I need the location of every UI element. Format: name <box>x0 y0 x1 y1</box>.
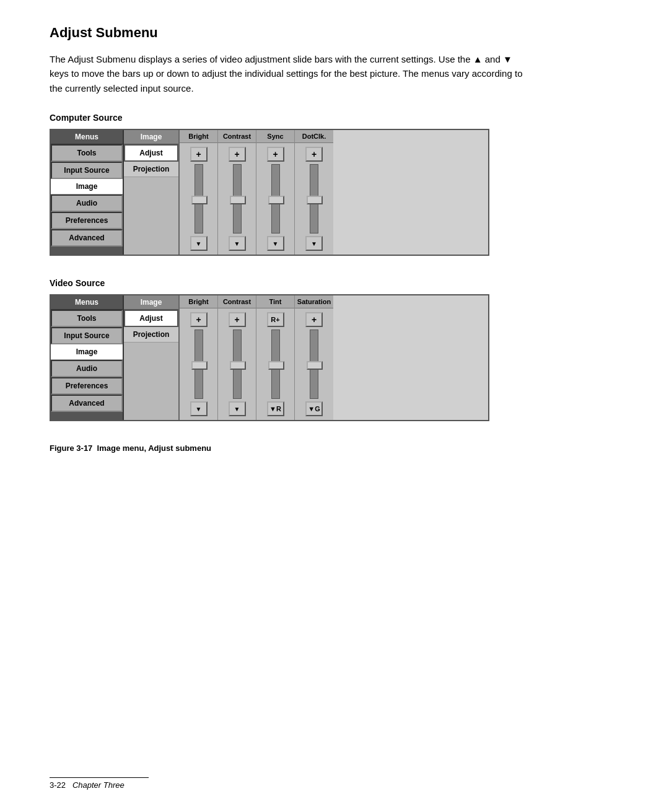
computer-source-diagram: Computer Source Menus Tools Input Source… <box>50 113 619 256</box>
slider-bright-area <box>180 143 217 255</box>
slider-sync-track <box>271 164 280 234</box>
slider-saturation-track <box>310 330 318 399</box>
slider-bright-video: Bright <box>180 295 218 420</box>
slider-dotclk-computer: DotClk. <box>295 130 333 255</box>
menu-column-computer: Menus Tools Input Source Image Audio Pre… <box>51 130 124 255</box>
slider-tint-track <box>271 330 280 399</box>
footer-page-num: 3-22 <box>50 780 66 790</box>
image-column-computer: Image Adjust Projection <box>124 130 180 255</box>
slider-dotclk-area <box>295 143 333 255</box>
slider-contrast-thumb[interactable] <box>230 196 246 204</box>
slider-saturation-header: Saturation <box>295 295 333 308</box>
video-source-label: Video Source <box>50 278 619 288</box>
slider-vcontrast-area <box>218 308 256 420</box>
slider-vbright-area <box>180 308 217 420</box>
page-title: Adjust Submenu <box>50 25 619 41</box>
slider-bright-computer: Bright <box>180 130 218 255</box>
slider-saturation-area: ▼G <box>295 308 333 420</box>
slider-dotclk-down[interactable] <box>305 236 323 251</box>
menu-header-computer: Menus <box>51 130 123 144</box>
slider-bright-header: Bright <box>180 130 217 143</box>
menu-item-advanced-video[interactable]: Advanced <box>51 395 123 412</box>
slider-vbright-thumb[interactable] <box>191 361 208 370</box>
slider-dotclk-track <box>310 164 318 234</box>
computer-source-ui: Menus Tools Input Source Image Audio Pre… <box>50 129 489 256</box>
slider-bright-up[interactable] <box>190 147 208 162</box>
menu-item-input-source-computer[interactable]: Input Source <box>51 162 123 179</box>
slider-contrast-computer: Contrast <box>218 130 256 255</box>
slider-vcontrast-down[interactable] <box>229 401 246 416</box>
image-column-video: Image Adjust Projection <box>124 295 180 420</box>
slider-bright-thumb[interactable] <box>191 196 208 204</box>
image-header-computer: Image <box>124 130 178 144</box>
slider-tint-down[interactable]: ▼R <box>267 401 284 416</box>
slider-contrast-area <box>218 143 256 255</box>
slider-bright-track <box>195 164 203 234</box>
image-item-adjust-video[interactable]: Adjust <box>124 310 178 327</box>
slider-sync-down[interactable] <box>267 236 284 251</box>
slider-tint-header: Tint <box>256 295 294 308</box>
slider-tint-up[interactable]: R+ <box>267 312 284 327</box>
slider-vcontrast-thumb[interactable] <box>230 361 246 370</box>
slider-contrast-video: Contrast <box>218 295 256 420</box>
slider-saturation-thumb[interactable] <box>307 361 323 370</box>
slider-tint-thumb[interactable] <box>268 361 284 370</box>
slider-sync-area <box>256 143 294 255</box>
menu-item-input-source-video[interactable]: Input Source <box>51 327 123 344</box>
menu-header-video: Menus <box>51 295 123 310</box>
figure-caption-num: Figure 3-17 Image menu, Adjust submenu <box>50 443 211 453</box>
slider-sync-computer: Sync <box>256 130 295 255</box>
page-footer: 3-22 Chapter Three <box>50 777 149 790</box>
image-item-adjust-computer[interactable]: Adjust <box>124 144 178 162</box>
video-source-ui: Menus Tools Input Source Image Audio Pre… <box>50 294 489 421</box>
menu-item-image-video[interactable]: Image <box>51 344 123 360</box>
image-item-projection-video[interactable]: Projection <box>124 327 178 343</box>
slider-vbright-down[interactable] <box>190 401 208 416</box>
slider-vcontrast-track <box>233 330 242 399</box>
image-item-projection-computer[interactable]: Projection <box>124 162 178 177</box>
slider-sync-up[interactable] <box>267 147 284 162</box>
menu-item-preferences-computer[interactable]: Preferences <box>51 212 123 229</box>
slider-saturation-video: Saturation ▼G <box>295 295 333 420</box>
menu-column-video: Menus Tools Input Source Image Audio Pre… <box>51 295 124 420</box>
menu-item-image-computer[interactable]: Image <box>51 179 123 194</box>
slider-vbright-header: Bright <box>180 295 217 308</box>
slider-dotclk-header: DotClk. <box>295 130 333 143</box>
slider-vcontrast-up[interactable] <box>229 312 246 327</box>
video-source-diagram: Video Source Menus Tools Input Source Im… <box>50 278 619 421</box>
slider-saturation-up[interactable] <box>305 312 323 327</box>
slider-vbright-track <box>195 330 203 399</box>
menu-item-preferences-video[interactable]: Preferences <box>51 377 123 395</box>
slider-tint-video: Tint R+ ▼R <box>256 295 295 420</box>
computer-source-label: Computer Source <box>50 113 619 123</box>
slider-sync-thumb[interactable] <box>268 196 284 204</box>
slider-contrast-header: Contrast <box>218 130 256 143</box>
slider-vcontrast-header: Contrast <box>218 295 256 308</box>
menu-item-tools-video[interactable]: Tools <box>51 310 123 327</box>
footer-chapter: Chapter Three <box>72 780 125 790</box>
menu-item-audio-computer[interactable]: Audio <box>51 194 123 212</box>
slider-sync-header: Sync <box>256 130 294 143</box>
slider-bright-down[interactable] <box>190 236 208 251</box>
menu-item-audio-video[interactable]: Audio <box>51 360 123 377</box>
slider-dotclk-thumb[interactable] <box>307 196 323 204</box>
body-text: The Adjust Submenu displays a series of … <box>50 52 533 95</box>
slider-contrast-down[interactable] <box>229 236 246 251</box>
menu-item-advanced-computer[interactable]: Advanced <box>51 229 123 247</box>
menu-item-tools-computer[interactable]: Tools <box>51 144 123 162</box>
image-header-video: Image <box>124 295 178 310</box>
figure-caption: Figure 3-17 Image menu, Adjust submenu I… <box>50 443 619 453</box>
slider-saturation-down[interactable]: ▼G <box>305 401 323 416</box>
slider-contrast-up[interactable] <box>229 147 246 162</box>
slider-dotclk-up[interactable] <box>305 147 323 162</box>
slider-tint-area: R+ ▼R <box>256 308 294 420</box>
slider-contrast-track <box>233 164 242 234</box>
slider-vbright-up[interactable] <box>190 312 208 327</box>
